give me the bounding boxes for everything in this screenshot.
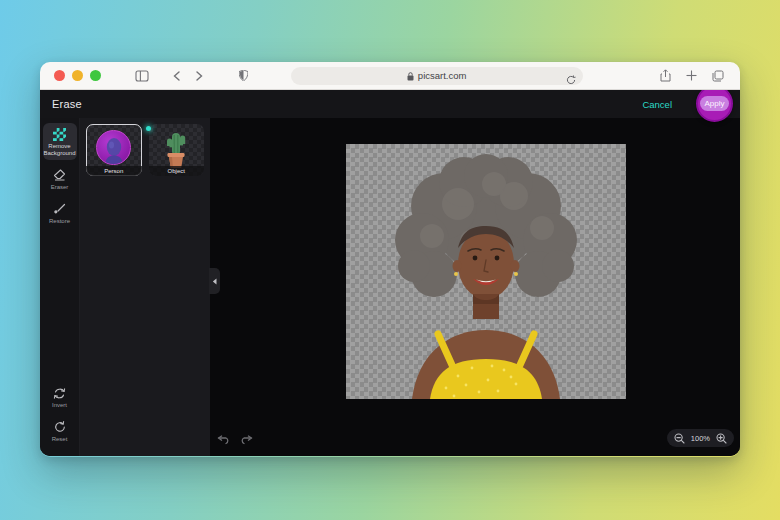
reload-icon[interactable]	[566, 71, 576, 89]
apply-button[interactable]: Apply	[700, 96, 729, 111]
zoom-level: 100%	[691, 434, 710, 443]
detected-objects-row: Person	[86, 124, 204, 176]
zoom-window-button[interactable]	[90, 70, 101, 81]
picsart-erase-app: Erase Cancel Apply Remove Background	[40, 90, 740, 456]
nav-arrows	[173, 71, 203, 81]
person-mask-preview	[96, 130, 131, 165]
browser-chrome: picsart.com	[40, 62, 740, 90]
tool-eraser[interactable]: Eraser	[43, 164, 77, 194]
tool-rail: Remove Background Eraser	[40, 118, 80, 456]
back-icon[interactable]	[173, 71, 180, 81]
tool-invert[interactable]: Invert	[43, 382, 77, 412]
redo-button[interactable]	[238, 432, 255, 447]
cancel-button[interactable]: Cancel	[642, 99, 672, 110]
app-body: Remove Background Eraser	[40, 118, 740, 456]
browser-window: picsart.com Erase Cancel Apply	[40, 62, 740, 457]
invert-arrows-icon	[44, 386, 76, 400]
sidebar-toggle-icon[interactable]	[135, 70, 149, 82]
tool-label: Restore	[44, 218, 76, 225]
tool-remove-background[interactable]: Remove Background	[43, 123, 77, 160]
app-header: Erase Cancel Apply	[40, 90, 740, 118]
page-title: Erase	[52, 98, 82, 110]
privacy-shield-icon[interactable]	[239, 70, 248, 81]
layer-label: Person	[86, 166, 142, 176]
eraser-icon	[44, 168, 76, 182]
selection-status-dot	[146, 126, 151, 131]
cactus-preview	[158, 130, 194, 170]
layers-panel: Person	[80, 118, 210, 456]
chrome-right-icons	[660, 69, 726, 82]
tool-reset[interactable]: Reset	[43, 416, 77, 446]
zoom-controls: 100%	[667, 429, 734, 447]
apply-button-ring: Apply	[696, 90, 733, 122]
close-window-button[interactable]	[54, 70, 65, 81]
checkerboard-icon	[44, 127, 76, 141]
tool-label: Reset	[44, 436, 76, 443]
url-bar[interactable]: picsart.com	[291, 67, 583, 85]
zoom-in-button[interactable]	[716, 433, 727, 444]
tool-label: Invert	[44, 402, 76, 409]
layer-thumb-person[interactable]: Person	[86, 124, 142, 176]
tool-restore[interactable]: Restore	[43, 198, 77, 228]
minimize-window-button[interactable]	[72, 70, 83, 81]
zoom-out-button[interactable]	[674, 433, 685, 444]
new-tab-icon[interactable]	[686, 69, 697, 82]
tool-label: Eraser	[44, 184, 76, 191]
image-with-removed-background[interactable]	[346, 144, 626, 399]
reset-arrow-icon	[44, 420, 76, 434]
forward-icon[interactable]	[196, 71, 203, 81]
traffic-lights	[54, 70, 101, 81]
restore-brush-icon	[44, 202, 76, 216]
tool-label: Remove Background	[44, 143, 76, 157]
layer-thumb-object[interactable]: Object	[149, 124, 205, 176]
panel-collapse-handle[interactable]	[209, 268, 220, 294]
share-icon[interactable]	[660, 69, 671, 82]
editing-canvas[interactable]: 100%	[210, 118, 740, 456]
layer-label: Object	[149, 166, 205, 176]
tab-overview-icon[interactable]	[712, 69, 724, 82]
lock-icon	[407, 67, 414, 85]
history-controls	[215, 432, 255, 447]
undo-button[interactable]	[215, 432, 232, 447]
url-text: picsart.com	[418, 70, 467, 81]
